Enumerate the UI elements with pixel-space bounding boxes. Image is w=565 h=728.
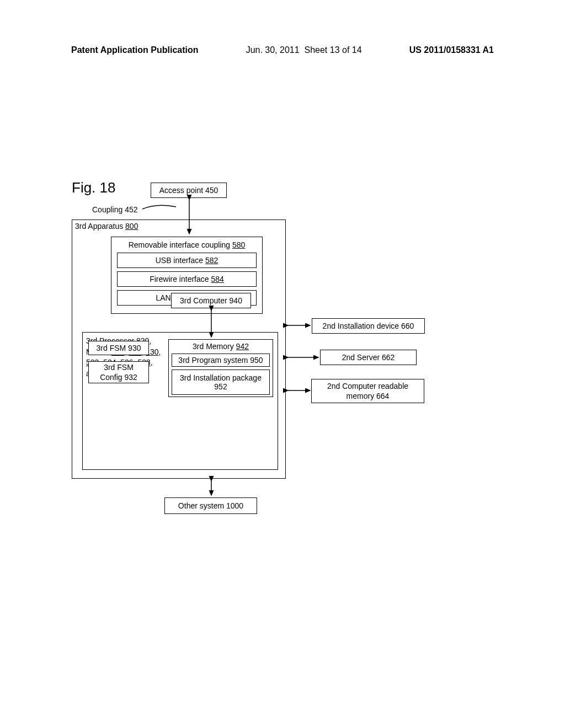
- install-package-box: 3rd Installation package 952: [172, 370, 270, 395]
- page-header: Patent Application Publication Jun. 30, …: [0, 45, 565, 55]
- fsm-box: 3rd FSM 930: [88, 341, 149, 355]
- other-system-box: Other system 1000: [164, 497, 257, 514]
- usb-interface: USB interface 582: [117, 253, 257, 268]
- install-device-box: 2nd Installation device 660: [312, 318, 425, 334]
- readable-memory-box: 2nd Computer readable memory 664: [311, 379, 424, 403]
- coupling-label: Coupling 452: [92, 205, 138, 214]
- apparatus-label: 3rd Apparatus 800: [75, 222, 138, 231]
- fsm-config-box: 3rd FSM Config 932: [88, 361, 149, 383]
- header-center: Jun. 30, 2011 Sheet 13 of 14: [246, 45, 362, 55]
- memory-group: 3rd Memory 942 3rd Program system 950 3r…: [168, 339, 273, 397]
- diagram: Fig. 18 Access point 450 Coupling 452 3r…: [72, 176, 491, 535]
- firewire-interface: Firewire interface 584: [117, 271, 257, 287]
- program-system-box: 3rd Program system 950: [172, 354, 270, 367]
- figure-label: Fig. 18: [72, 179, 116, 196]
- interface-title: Removable interface coupling 580: [111, 240, 262, 249]
- header-left: Patent Application Publication: [71, 45, 199, 55]
- server-box: 2nd Server 662: [320, 350, 417, 365]
- computer-box: 3rd Computer 940: [171, 293, 251, 308]
- access-point-box: Access point 450: [151, 183, 227, 198]
- header-right: US 2011/0158331 A1: [409, 45, 494, 55]
- memory-title: 3rd Memory 942: [169, 342, 273, 351]
